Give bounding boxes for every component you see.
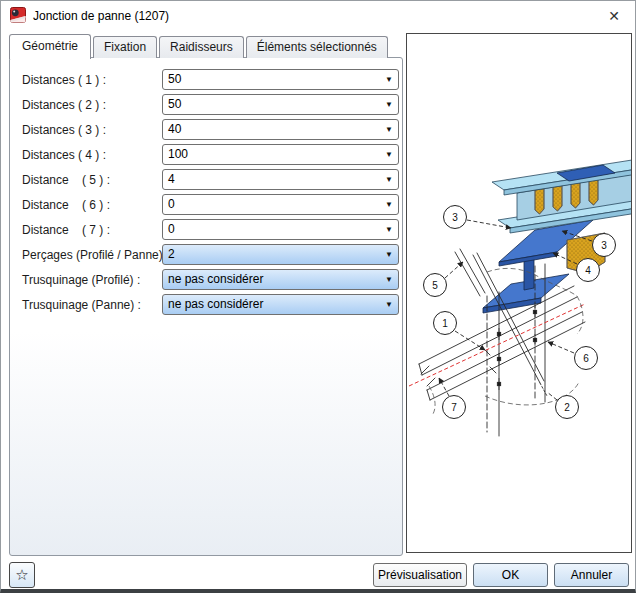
combo-value: 0 <box>168 222 175 236</box>
combo-distance-5[interactable]: 4 ▼ <box>162 169 399 190</box>
chevron-down-icon: ▼ <box>385 170 393 189</box>
callout-2: 2 <box>547 392 579 419</box>
form-row: Distance ( 6 ) : 0 ▼ <box>22 194 399 215</box>
callout-5: 5 <box>424 262 464 297</box>
svg-text:5: 5 <box>432 280 438 291</box>
form-row: Trusquinage (Panne) : ne pas considérer … <box>22 294 399 315</box>
chevron-down-icon: ▼ <box>385 120 393 139</box>
field-label: Distances ( 3 ) : <box>22 123 162 137</box>
field-label: Perçages (Profilé / Panne) <box>22 248 162 262</box>
combo-distances-1[interactable]: 50 ▼ <box>162 69 399 90</box>
previsualisation-button[interactable]: Prévisualisation <box>373 563 467 587</box>
svg-text:7: 7 <box>451 402 457 413</box>
form-row: Distances ( 3 ) : 40 ▼ <box>22 119 399 140</box>
preview-drawing: 3 3 4 5 1 <box>407 34 631 552</box>
chevron-down-icon: ▼ <box>385 95 393 114</box>
tab-fixation[interactable]: Fixation <box>93 36 157 58</box>
form-row: Distances ( 1 ) : 50 ▼ <box>22 69 399 90</box>
window-title: Jonction de panne (1207) <box>33 9 169 23</box>
form-row: Perçages (Profilé / Panne) 2 ▼ <box>22 244 399 265</box>
chevron-down-icon: ▼ <box>385 220 393 239</box>
svg-text:6: 6 <box>583 353 589 364</box>
combo-value: 40 <box>168 122 181 136</box>
tab-raidisseurs[interactable]: Raidisseurs <box>159 36 244 58</box>
combo-value: 2 <box>168 247 175 261</box>
tabpage-geometrie: Distances ( 1 ) : 50 ▼ Distances ( 2 ) :… <box>9 57 403 556</box>
callout-3-left: 3 <box>444 206 512 229</box>
svg-text:4: 4 <box>585 265 591 276</box>
combo-value: 4 <box>168 172 175 186</box>
svg-text:3: 3 <box>452 212 458 223</box>
combo-distances-4[interactable]: 100 ▼ <box>162 144 399 165</box>
combo-value: 0 <box>168 197 175 211</box>
ok-button[interactable]: OK <box>473 563 548 587</box>
chevron-down-icon: ▼ <box>385 295 393 314</box>
combo-percages-profile-panne[interactable]: 2 ▼ <box>162 244 399 265</box>
chevron-down-icon: ▼ <box>385 245 393 264</box>
favorites-button[interactable]: ☆ <box>9 562 35 588</box>
tab-strip: Géométrie Fixation Raidisseurs Éléments … <box>9 33 390 58</box>
combo-trusquinage-panne[interactable]: ne pas considérer ▼ <box>162 294 399 315</box>
chevron-down-icon: ▼ <box>385 145 393 164</box>
form-row: Distances ( 2 ) : 50 ▼ <box>22 94 399 115</box>
close-button[interactable]: ✕ <box>603 5 625 27</box>
tab-geometrie[interactable]: Géométrie <box>9 34 91 59</box>
preview-panel: 3 3 4 5 1 <box>406 33 632 553</box>
star-icon: ☆ <box>15 566 28 584</box>
combo-value: ne pas considérer <box>168 297 263 311</box>
svg-text:1: 1 <box>442 318 448 329</box>
form-row: Trusquinage (Profilé) : ne pas considére… <box>22 269 399 290</box>
svg-text:2: 2 <box>564 402 570 413</box>
form-row: Distances ( 4 ) : 100 ▼ <box>22 144 399 165</box>
combo-value: 100 <box>168 147 188 161</box>
cancel-button[interactable]: Annuler <box>554 563 629 587</box>
chevron-down-icon: ▼ <box>385 70 393 89</box>
field-label: Trusquinage (Panne) : <box>22 298 162 312</box>
titlebar: Jonction de panne (1207) ✕ <box>1 1 635 31</box>
combo-value: 50 <box>168 72 181 86</box>
field-label: Distances ( 4 ) : <box>22 148 162 162</box>
combo-distance-7[interactable]: 0 ▼ <box>162 219 399 240</box>
form-row: Distance ( 5 ) : 4 ▼ <box>22 169 399 190</box>
combo-distances-2[interactable]: 50 ▼ <box>162 94 399 115</box>
svg-text:3: 3 <box>601 240 607 251</box>
tab-elements-selectionnes[interactable]: Éléments sélectionnés <box>246 36 388 58</box>
combo-value: ne pas considérer <box>168 272 263 286</box>
field-label: Distances ( 2 ) : <box>22 98 162 112</box>
chevron-down-icon: ▼ <box>385 195 393 214</box>
field-label: Distances ( 1 ) : <box>22 73 162 87</box>
form-row: Distance ( 7 ) : 0 ▼ <box>22 219 399 240</box>
combo-distances-3[interactable]: 40 ▼ <box>162 119 399 140</box>
dialog-window: Jonction de panne (1207) ✕ Géométrie Fix… <box>0 0 636 593</box>
app-icon <box>10 7 26 23</box>
combo-distance-6[interactable]: 0 ▼ <box>162 194 399 215</box>
geometry-form: Distances ( 1 ) : 50 ▼ Distances ( 2 ) :… <box>22 69 399 319</box>
field-label: Distance ( 7 ) : <box>22 223 162 237</box>
field-label: Distance ( 6 ) : <box>22 198 162 212</box>
combo-trusquinage-profile[interactable]: ne pas considérer ▼ <box>162 269 399 290</box>
field-label: Distance ( 5 ) : <box>22 173 162 187</box>
combo-value: 50 <box>168 97 181 111</box>
bolts <box>497 306 537 390</box>
field-label: Trusquinage (Profilé) : <box>22 273 162 287</box>
callout-6: 6 <box>548 342 598 370</box>
chevron-down-icon: ▼ <box>385 270 393 289</box>
